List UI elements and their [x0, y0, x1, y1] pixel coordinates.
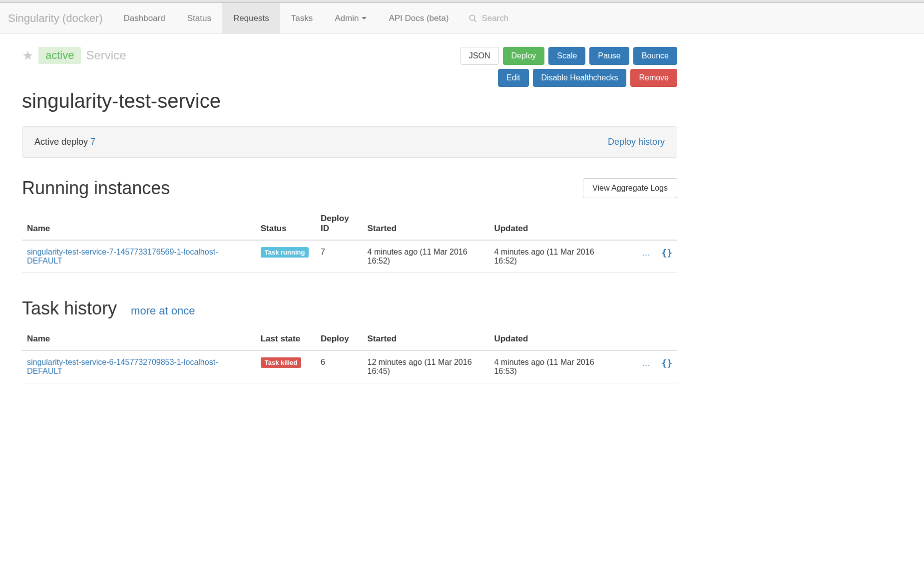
active-deploy-well: Active deploy 7 Deploy history — [22, 126, 677, 158]
view-aggregate-logs-button[interactable]: View Aggregate Logs — [583, 178, 677, 198]
history-section-header: Task history more at once — [22, 298, 677, 319]
status-badge: Task running — [261, 247, 309, 258]
started-cell: 4 minutes ago (11 Mar 2016 16:52) — [363, 240, 489, 273]
more-actions-icon[interactable]: … — [642, 358, 651, 368]
history-title-text: Task history — [22, 298, 117, 318]
deploy-history-link[interactable]: Deploy history — [608, 137, 665, 147]
running-instances-table: Name Status Deploy ID Started Updated si… — [22, 208, 677, 273]
table-row: singularity-test-service-7-1457733176569… — [22, 240, 677, 273]
table-header-row: Name Status Deploy ID Started Updated — [22, 208, 677, 240]
running-section-header: Running instances View Aggregate Logs — [22, 178, 677, 199]
main-content: ★ active Service JSON Deploy Scale Pause… — [0, 34, 699, 396]
updated-cell: 4 minutes ago (11 Mar 2016 16:52) — [489, 240, 616, 273]
header-row: ★ active Service JSON Deploy Scale Pause… — [22, 47, 677, 87]
star-icon[interactable]: ★ — [22, 48, 33, 63]
nav-admin[interactable]: Admin — [324, 3, 378, 34]
active-deploy-info: Active deploy 7 — [34, 137, 95, 147]
deploy-button[interactable]: Deploy — [503, 47, 545, 65]
task-name-link[interactable]: singularity-test-service-7-1457733176569… — [27, 248, 218, 265]
navbar: Singularity (docker) Dashboard Status Re… — [0, 3, 924, 34]
action-buttons: JSON Deploy Scale Pause Bounce Edit Disa… — [461, 47, 677, 87]
col-json — [656, 208, 677, 240]
task-history-table: Name Last state Deploy Started Updated s… — [22, 328, 677, 383]
more-actions-icon[interactable]: … — [642, 248, 651, 258]
col-deploy-id[interactable]: Deploy ID — [316, 208, 363, 240]
col-json — [656, 328, 677, 350]
task-name-link[interactable]: singularity-test-service-6-1457732709853… — [27, 358, 218, 375]
deploy-cell: 6 — [316, 350, 363, 383]
col-started[interactable]: Started — [363, 208, 489, 240]
json-icon[interactable]: {} — [661, 358, 672, 368]
deploy-id-cell: 7 — [316, 240, 363, 273]
search-icon — [468, 14, 477, 23]
updated-cell: 4 minutes ago (11 Mar 2016 16:53) — [489, 350, 616, 383]
status-badge: Task killed — [261, 357, 302, 368]
bounce-button[interactable]: Bounce — [633, 47, 677, 65]
more-at-once-link[interactable]: more at once — [131, 304, 195, 317]
col-status[interactable]: Status — [256, 208, 316, 240]
col-actions — [616, 208, 656, 240]
json-icon[interactable]: {} — [661, 248, 672, 258]
pause-button[interactable]: Pause — [589, 47, 629, 65]
running-title: Running instances — [22, 178, 170, 199]
col-updated[interactable]: Updated — [489, 328, 616, 350]
nav-admin-label: Admin — [335, 13, 359, 23]
table-row: singularity-test-service-6-1457732709853… — [22, 350, 677, 383]
search-input[interactable] — [481, 13, 541, 23]
active-deploy-label: Active deploy — [34, 137, 88, 147]
col-updated[interactable]: Updated — [489, 208, 616, 240]
type-label: Service — [86, 48, 126, 62]
scale-button[interactable]: Scale — [548, 47, 585, 65]
nav-status[interactable]: Status — [176, 3, 222, 34]
search-wrap — [468, 13, 541, 23]
table-header-row: Name Last state Deploy Started Updated — [22, 328, 677, 350]
nav-tasks[interactable]: Tasks — [280, 3, 324, 34]
nav-api-docs[interactable]: API Docs (beta) — [378, 3, 460, 34]
edit-button[interactable]: Edit — [498, 69, 529, 87]
active-deploy-id[interactable]: 7 — [90, 137, 95, 147]
nav-dashboard[interactable]: Dashboard — [113, 3, 176, 34]
col-deploy[interactable]: Deploy — [316, 328, 363, 350]
history-title: Task history more at once — [22, 298, 195, 319]
chevron-down-icon — [362, 17, 367, 19]
header-badges: ★ active Service — [22, 47, 126, 64]
col-actions — [616, 328, 656, 350]
col-last-state[interactable]: Last state — [256, 328, 316, 350]
col-name[interactable]: Name — [22, 328, 256, 350]
remove-button[interactable]: Remove — [630, 69, 677, 87]
svg-point-0 — [470, 15, 475, 20]
json-button[interactable]: JSON — [461, 47, 499, 65]
svg-line-1 — [474, 19, 477, 22]
nav-requests[interactable]: Requests — [222, 3, 280, 34]
brand[interactable]: Singularity (docker) — [8, 12, 113, 25]
col-started[interactable]: Started — [363, 328, 489, 350]
col-name[interactable]: Name — [22, 208, 256, 240]
state-badge: active — [38, 47, 81, 64]
page-title: singularity-test-service — [22, 90, 677, 112]
started-cell: 12 minutes ago (11 Mar 2016 16:45) — [363, 350, 489, 383]
disable-healthchecks-button[interactable]: Disable Healthchecks — [533, 69, 627, 87]
